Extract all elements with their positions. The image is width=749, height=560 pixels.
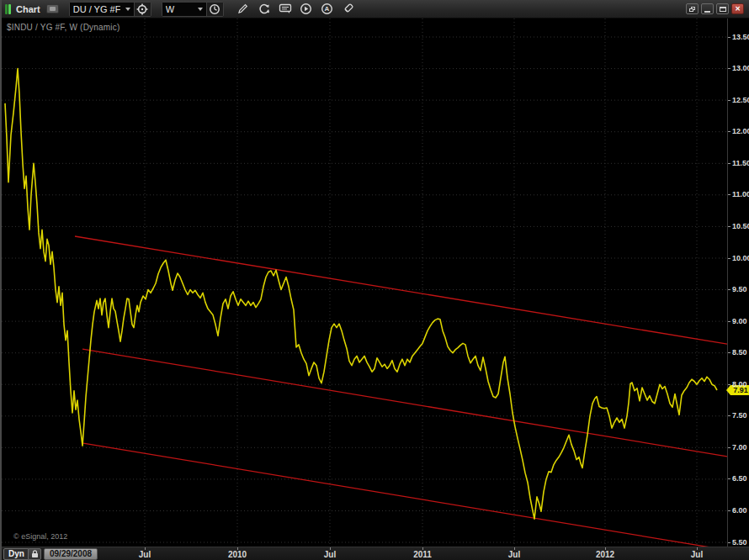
symbol-input[interactable]: DU / YG #F [70,3,134,16]
refresh-icon [258,3,271,16]
y-axis-label: 10.00 [728,254,749,262]
restore-button[interactable] [686,3,699,14]
close-button[interactable]: ✕ [731,3,744,14]
annotation-notes-icon [279,3,292,15]
y-axis-label: 6.50 [728,474,747,483]
x-axis-label: Jul [139,550,151,559]
play-icon [300,3,312,15]
x-axis-label: 2011 [413,550,432,559]
y-axis-label: 12.00 [728,127,749,135]
x-axis-label: Jul [324,550,336,559]
chart-plot-area[interactable]: $INDU / YG #F, W (Dynamic) © eSignal, 20… [2,18,727,547]
chevron-down-icon[interactable] [198,8,203,11]
y-axis-label: 11.50 [728,159,749,167]
y-axis-label: 10.50 [728,222,749,230]
y-axis-label: 5.50 [728,538,747,547]
time-axis-bar[interactable]: Dyn 09/29/2008 Jul2010Jul2011Jul2012Jul [2,547,749,560]
auto-scale-icon: A [321,3,333,15]
chart-bars-icon [5,4,11,14]
lock-button[interactable] [28,548,41,560]
maximize-icon [720,7,726,12]
symbol-search-button[interactable] [134,3,151,16]
symbol-search-icon [136,3,148,15]
eraser-button[interactable] [341,2,356,17]
interval-value: W [166,4,193,14]
window-badge-icon[interactable] [46,4,59,13]
dyn-mode-button[interactable]: Dyn [3,548,29,560]
symbol-group: DU / YG #F [69,2,151,17]
interval-group: W [162,2,224,17]
x-axis-label: 2010 [228,550,247,559]
x-axis-label: Jul [508,550,520,559]
pencil-icon [236,3,249,15]
price-chart-canvas [2,18,727,547]
toolbar: Chart DU / YG #F W [2,0,749,18]
y-axis-label: 8.00 [728,380,747,388]
auto-scale-button[interactable]: A [320,2,335,17]
window-title: Chart [16,4,40,14]
symbol-value: DU / YG #F [73,4,120,14]
restore-icon [689,7,695,12]
x-axis-label: Jul [691,550,703,559]
window-controls: ✕ [686,3,746,14]
price-line [5,69,717,520]
y-axis-label: 9.50 [728,285,747,293]
y-axis-label: 6.00 [728,506,747,515]
y-axis-label: 11.00 [728,190,749,198]
pencil-draw-button[interactable] [236,2,251,17]
copyright-label: © eSignal, 2012 [13,532,67,541]
instrument-label: $INDU / YG #F, W (Dynamic) [7,23,120,32]
interval-input[interactable]: W [162,3,206,16]
eraser-icon [342,3,354,15]
maximize-button[interactable] [716,3,729,14]
svg-text:A: A [325,5,330,13]
start-date-field[interactable]: 09/29/2008 [44,548,98,560]
price-axis[interactable]: 7.91 13.5013.0012.5012.0011.5011.0010.50… [727,18,749,547]
y-axis-label: 7.50 [728,411,747,420]
minimize-icon [704,11,710,13]
y-axis-label: 12.50 [728,96,749,104]
x-axis-label: 2012 [596,550,614,559]
channel-lower [83,443,719,547]
y-axis-label: 8.50 [728,348,747,357]
annotation-notes-button[interactable] [278,2,293,17]
close-icon: ✕ [735,6,741,13]
chart-window: Chart DU / YG #F W [0,0,749,560]
chevron-down-icon[interactable] [125,8,130,11]
y-axis-label: 13.50 [728,33,749,41]
play-button[interactable] [299,2,314,17]
minimize-button[interactable] [701,3,714,14]
y-axis-label: 7.00 [728,443,747,452]
drawing-tools: A [236,2,356,17]
lock-icon [31,550,39,558]
interval-clock-button[interactable] [206,3,223,16]
y-axis-label: 13.00 [728,64,749,72]
refresh-button[interactable] [257,2,272,17]
clock-icon [209,3,220,15]
y-axis-label: 9.00 [728,317,747,325]
